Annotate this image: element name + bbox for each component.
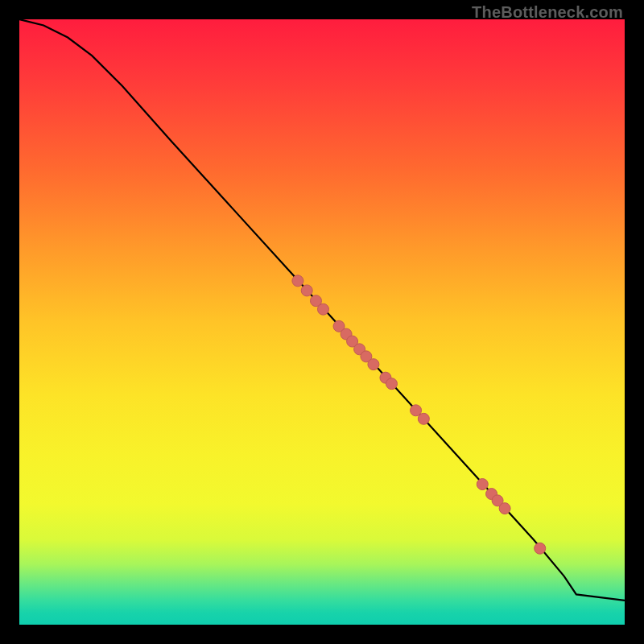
- plot-area: [19, 19, 625, 625]
- data-marker: [499, 503, 510, 514]
- data-marker: [318, 303, 329, 315]
- data-marker: [368, 359, 379, 370]
- chart-stage: TheBottleneck.com: [0, 0, 644, 644]
- data-marker: [386, 378, 397, 390]
- data-marker: [418, 413, 429, 424]
- data-marker: [292, 275, 303, 287]
- data-marker: [301, 285, 312, 296]
- data-marker: [477, 479, 488, 490]
- data-marker: [535, 543, 546, 554]
- chart-overlay: [19, 19, 625, 625]
